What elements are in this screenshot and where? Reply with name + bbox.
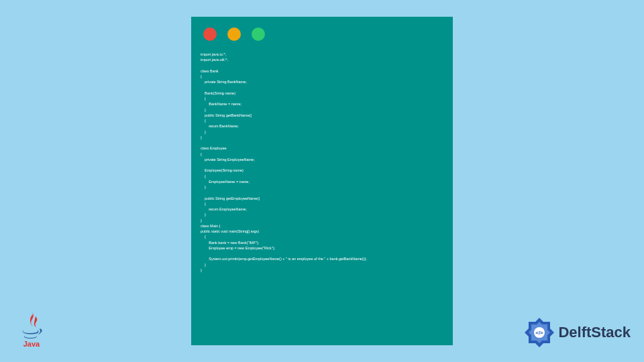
code-window: import java.io.*; import java.util.*; cl… <box>191 17 453 345</box>
maximize-icon <box>252 27 265 41</box>
delftstack-label: DelftStack <box>558 324 631 341</box>
close-icon <box>203 27 217 41</box>
delftstack-icon: </> <box>523 316 555 349</box>
svg-text:</>: </> <box>536 330 544 336</box>
delftstack-logo: </> DelftStack <box>523 316 631 349</box>
java-logo: Java <box>17 308 46 349</box>
svg-text:Java: Java <box>23 340 40 348</box>
code-content: import java.io.*; import java.util.*; cl… <box>201 52 443 273</box>
minimize-icon <box>227 27 241 41</box>
traffic-lights <box>203 27 443 41</box>
